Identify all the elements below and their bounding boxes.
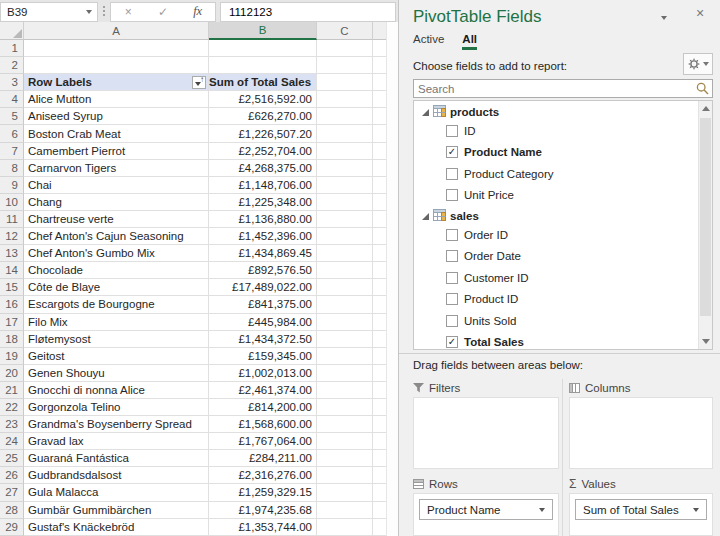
row-number[interactable]: 4	[0, 91, 24, 108]
row-number[interactable]: 21	[0, 382, 24, 399]
empty-cell[interactable]	[209, 57, 317, 74]
close-icon[interactable]: ×	[696, 5, 704, 21]
search-box[interactable]	[413, 79, 713, 98]
field-item[interactable]: Product Category	[446, 163, 698, 185]
name-box-dropdown-icon[interactable]	[86, 10, 92, 14]
rows-drop-area[interactable]: Product Name	[413, 493, 559, 536]
field-item[interactable]: Units Sold	[446, 310, 698, 332]
field-checkbox[interactable]: ✓	[446, 146, 458, 158]
value-cell[interactable]: £2,316,276.00	[209, 467, 317, 484]
column-header-b-selected[interactable]: B	[209, 22, 317, 40]
field-item[interactable]: Unit Price	[446, 185, 698, 207]
empty-cell[interactable]	[373, 348, 386, 365]
empty-cell[interactable]	[317, 160, 373, 177]
field-item[interactable]: ✓Total Sales	[446, 332, 698, 351]
product-cell[interactable]: Grandma's Boysenberry Spread	[24, 416, 209, 433]
value-cell[interactable]: £1,974,235.68	[209, 502, 317, 519]
values-drop-area[interactable]: Sum of Total Sales	[569, 493, 713, 536]
column-header-partial[interactable]	[373, 22, 386, 40]
row-number[interactable]: 28	[0, 502, 24, 519]
empty-cell[interactable]	[373, 125, 386, 142]
row-number[interactable]: 7	[0, 143, 24, 160]
expand-triangle-icon[interactable]	[422, 213, 429, 220]
empty-cell[interactable]	[317, 279, 373, 296]
product-cell[interactable]: Geitost	[24, 348, 209, 365]
row-number[interactable]: 1	[0, 40, 24, 57]
scroll-down-icon[interactable]	[699, 334, 712, 349]
product-cell[interactable]: Gnocchi di nonna Alice	[24, 382, 209, 399]
enter-check-icon[interactable]: ✓	[148, 5, 178, 19]
empty-cell[interactable]	[317, 519, 373, 536]
empty-cell[interactable]	[317, 262, 373, 279]
row-number[interactable]: 24	[0, 433, 24, 450]
empty-cell[interactable]	[317, 228, 373, 245]
row-number[interactable]: 8	[0, 160, 24, 177]
row-number[interactable]: 10	[0, 194, 24, 211]
empty-cell[interactable]	[373, 245, 386, 262]
product-cell[interactable]: Fløtemysost	[24, 331, 209, 348]
product-cell[interactable]: Genen Shouyu	[24, 365, 209, 382]
filters-drop-area[interactable]	[413, 397, 559, 469]
product-cell[interactable]: Côte de Blaye	[24, 279, 209, 296]
value-cell[interactable]: £1,225,348.00	[209, 194, 317, 211]
row-number[interactable]: 2	[0, 57, 24, 74]
value-cell[interactable]: £1,259,329.15	[209, 484, 317, 501]
values-field-pill[interactable]: Sum of Total Sales	[575, 499, 707, 520]
value-cell[interactable]: £841,375.00	[209, 296, 317, 313]
row-number[interactable]: 14	[0, 262, 24, 279]
row-number[interactable]: 17	[0, 314, 24, 331]
product-cell[interactable]: Chef Anton's Gumbo Mix	[24, 245, 209, 262]
value-cell[interactable]: £2,516,592.00	[209, 91, 317, 108]
empty-cell[interactable]	[373, 433, 386, 450]
product-cell[interactable]: Alice Mutton	[24, 91, 209, 108]
pill-dropdown-icon[interactable]	[693, 508, 699, 512]
pivot-value-header-cell[interactable]: Sum of Total Sales	[209, 74, 317, 91]
field-checkbox[interactable]	[446, 272, 458, 284]
value-cell[interactable]: £1,226,507.20	[209, 125, 317, 142]
value-cell[interactable]: £159,345.00	[209, 348, 317, 365]
value-cell[interactable]: £1,434,869.45	[209, 245, 317, 262]
empty-cell[interactable]	[373, 365, 386, 382]
insert-function-icon[interactable]: fx	[183, 4, 213, 19]
field-checkbox[interactable]	[446, 293, 458, 305]
empty-cell[interactable]	[373, 502, 386, 519]
field-checkbox[interactable]	[446, 229, 458, 241]
empty-cell[interactable]	[317, 211, 373, 228]
column-header-a[interactable]: A	[24, 22, 209, 40]
value-cell[interactable]: £1,002,013.00	[209, 365, 317, 382]
field-item[interactable]: Product ID	[446, 289, 698, 311]
empty-cell[interactable]	[373, 467, 386, 484]
row-number[interactable]: 25	[0, 450, 24, 467]
product-cell[interactable]: Gudbrandsdalsost	[24, 467, 209, 484]
select-all-button[interactable]	[0, 22, 24, 40]
product-cell[interactable]: Boston Crab Meat	[24, 125, 209, 142]
product-cell[interactable]: Aniseed Syrup	[24, 108, 209, 125]
empty-cell[interactable]	[373, 399, 386, 416]
value-cell[interactable]: £1,136,880.00	[209, 211, 317, 228]
row-number[interactable]: 19	[0, 348, 24, 365]
row-number[interactable]: 26	[0, 467, 24, 484]
empty-cell[interactable]	[373, 519, 386, 536]
empty-cell[interactable]	[373, 296, 386, 313]
pane-options-icon[interactable]	[661, 16, 667, 20]
empty-cell[interactable]	[373, 331, 386, 348]
empty-cell[interactable]	[373, 382, 386, 399]
empty-cell[interactable]	[317, 125, 373, 142]
value-cell[interactable]: £1,452,396.00	[209, 228, 317, 245]
empty-cell[interactable]	[317, 143, 373, 160]
empty-cell[interactable]	[373, 194, 386, 211]
field-checkbox[interactable]	[446, 189, 458, 201]
empty-cell[interactable]	[24, 40, 209, 57]
field-item[interactable]: Order ID	[446, 224, 698, 246]
field-group-header[interactable]: products	[422, 104, 698, 120]
field-checkbox[interactable]: ✓	[446, 336, 458, 348]
value-cell[interactable]: £2,461,374.00	[209, 382, 317, 399]
value-cell[interactable]: £892,576.50	[209, 262, 317, 279]
empty-cell[interactable]	[373, 91, 386, 108]
empty-cell[interactable]	[373, 160, 386, 177]
name-box[interactable]: B39	[0, 2, 98, 22]
empty-cell[interactable]	[317, 502, 373, 519]
worksheet-vertical-scrollbar[interactable]	[386, 22, 398, 536]
search-input[interactable]	[414, 83, 696, 95]
field-checkbox[interactable]	[446, 250, 458, 262]
